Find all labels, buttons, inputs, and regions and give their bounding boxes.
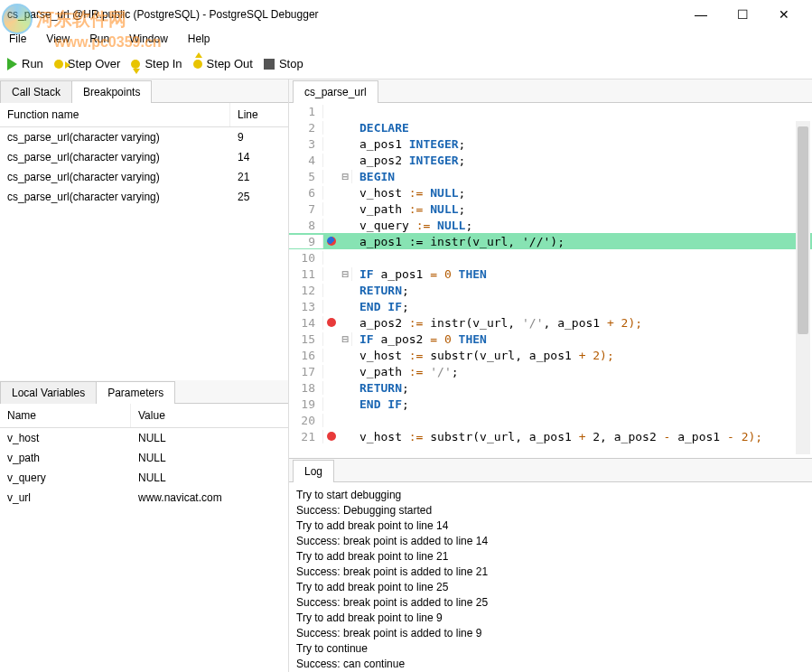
log-line: Try to add break point to line 9 [296,611,805,626]
variable-row[interactable]: v_pathNULL [0,448,288,468]
log-line: Try to add break point to line 14 [296,518,805,534]
title-bar: cs_parse_url @HR.public (PostgreSQL) - P… [0,0,812,29]
tab-cs-parse-url[interactable]: cs_parse_url [293,80,378,103]
log-output[interactable]: Try to start debuggingSuccess: Debugging… [289,482,812,672]
tab-breakpoints[interactable]: Breakpoints [71,80,152,103]
play-icon [7,58,17,70]
stop-button[interactable]: Stop [264,57,303,70]
menu-help[interactable]: Help [184,31,214,47]
left-bottom-tabs: Local Variables Parameters [0,380,288,404]
current-execution-line: a_pos1 := instr(v_url, '//'); [352,235,812,248]
step-in-button[interactable]: Step In [131,57,182,70]
log-line: Try to continue [296,641,805,657]
variable-row[interactable]: v_urlwww.navicat.com [0,488,288,508]
log-line: Try to add break point to line 21 [296,549,805,565]
col-var-value[interactable]: Value [131,404,285,427]
window-title: cs_parse_url @HR.public (PostgreSQL) - P… [7,8,680,21]
stop-icon [264,59,275,70]
log-line: Success: break point is added to line 9 [296,626,805,641]
breakpoints-table: Function name Line cs_parse_url(characte… [0,103,288,380]
tab-local-variables[interactable]: Local Variables [0,381,97,404]
breakpoint-row[interactable]: cs_parse_url(character varying)14 [0,147,288,167]
breakpoint-row[interactable]: cs_parse_url(character varying)25 [0,187,288,207]
log-tabs: Log [289,459,812,482]
log-line: Success: break point is added to line 21 [296,565,805,580]
menu-run[interactable]: Run [86,31,113,47]
close-button[interactable]: ✕ [763,1,805,28]
col-line[interactable]: Line [230,103,285,126]
step-out-icon [193,60,202,69]
breakpoint-row[interactable]: cs_parse_url(character varying)21 [0,167,288,187]
breakpoint-current-icon[interactable] [327,237,336,246]
tab-log[interactable]: Log [293,460,334,482]
log-line: Success: break point is added to line 14 [296,534,805,549]
maximize-button[interactable]: ☐ [722,1,763,28]
step-in-icon [131,60,140,69]
variable-row[interactable]: v_queryNULL [0,468,288,488]
variables-table: Name Value v_hostNULLv_pathNULLv_queryNU… [0,404,288,508]
left-top-tabs: Call Stack Breakpoints [0,79,288,103]
step-out-button[interactable]: Step Out [193,57,253,70]
variable-row[interactable]: v_hostNULL [0,428,288,448]
step-over-button[interactable]: Step Over [54,57,121,70]
step-over-icon [54,60,63,69]
code-tabs: cs_parse_url [289,79,812,103]
menu-file[interactable]: File [5,31,30,47]
log-line: Success: can continue [296,657,805,672]
run-button[interactable]: Run [7,57,43,70]
col-var-name[interactable]: Name [0,404,131,427]
log-line: Try to start debugging [296,488,805,503]
menu-view[interactable]: View [42,31,73,47]
toolbar: Run Step Over Step In Step Out Stop [0,49,812,79]
minimize-button[interactable]: — [680,1,722,28]
col-function-name[interactable]: Function name [0,103,230,126]
breakpoint-icon[interactable] [327,432,336,441]
code-editor[interactable]: 1 2 DECLARE 3 a_pos1 INTEGER; 4 a_pos2 I… [289,103,812,458]
menu-window[interactable]: Window [126,31,172,47]
menu-bar: File View Run Window Help [0,29,812,49]
breakpoint-icon[interactable] [327,318,336,327]
log-line: Success: Debugging started [296,503,805,518]
tab-parameters[interactable]: Parameters [96,381,175,404]
vertical-scrollbar[interactable] [796,121,810,454]
log-line: Try to add break point to line 25 [296,580,805,595]
tab-call-stack[interactable]: Call Stack [0,80,72,103]
breakpoint-row[interactable]: cs_parse_url(character varying)9 [0,127,288,147]
log-line: Success: break point is added to line 25 [296,595,805,611]
